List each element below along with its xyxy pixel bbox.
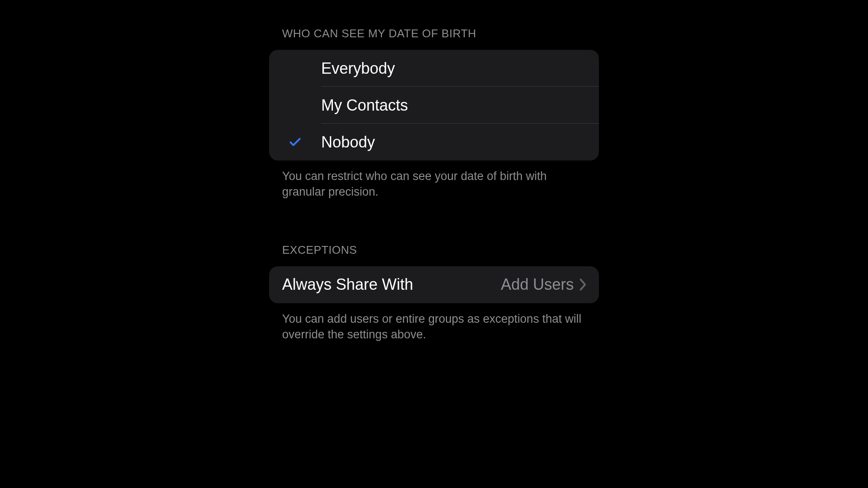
section-header-exceptions: EXCEPTIONS [269, 243, 599, 257]
section-footer-visibility: You can restrict who can see your date o… [269, 160, 599, 200]
option-label-nobody: Nobody [321, 133, 599, 151]
section-footer-exceptions: You can add users or entire groups as ex… [269, 303, 599, 343]
check-icon [288, 135, 302, 149]
visibility-options-card: Everybody My Contacts Nobody [269, 50, 599, 160]
option-my-contacts[interactable]: My Contacts [269, 87, 599, 124]
exceptions-card: Always Share With Add Users [269, 266, 599, 303]
check-container-nobody [269, 135, 321, 149]
always-share-with-row[interactable]: Always Share With Add Users [269, 266, 599, 303]
chevron-right-icon [579, 278, 587, 291]
exception-value: Add Users [501, 275, 574, 294]
option-everybody[interactable]: Everybody [269, 50, 599, 87]
option-label-everybody: Everybody [321, 59, 599, 78]
option-nobody[interactable]: Nobody [269, 124, 599, 160]
exception-label: Always Share With [282, 275, 501, 294]
section-header-visibility: WHO CAN SEE MY DATE OF BIRTH [269, 27, 599, 40]
option-label-contacts: My Contacts [321, 96, 599, 115]
